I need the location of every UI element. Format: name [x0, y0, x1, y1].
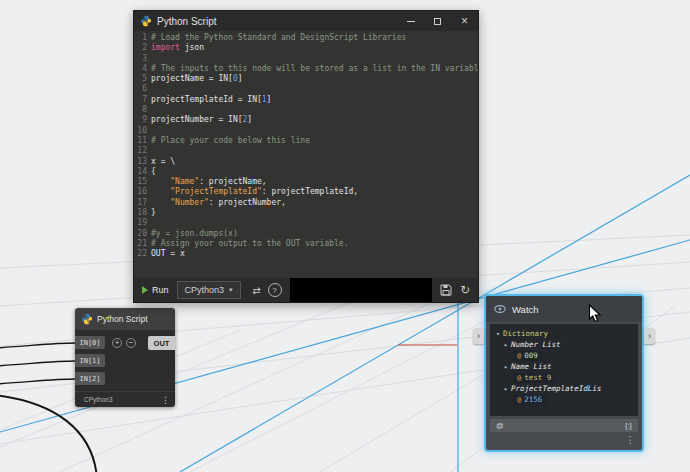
output-port[interactable]: OUT [148, 336, 175, 350]
code-line: 1# Load the Python Standard and DesignSc… [134, 33, 478, 43]
line-number: 11 [134, 136, 151, 146]
line-number: 7 [134, 95, 151, 105]
tree-row[interactable]: @009 [492, 350, 636, 361]
line-number: 5 [134, 74, 151, 84]
line-number: 20 [134, 229, 151, 239]
value-badge: @test 9 [513, 373, 555, 383]
node-menu-icon[interactable]: ⋮ [161, 395, 170, 405]
python-script-node[interactable]: Python Script IN[0]IN[1]IN[2] + − OUT CP… [75, 308, 175, 407]
mouse-cursor [588, 304, 602, 324]
line-number: 22 [134, 249, 151, 259]
line-number: 1 [134, 33, 151, 43]
expander-icon[interactable]: ▸ [504, 363, 508, 371]
tree-row[interactable]: @test 9 [492, 372, 636, 383]
engine-dropdown[interactable]: CPython3 ▾ [177, 281, 241, 299]
convert-engine-icon[interactable]: ⇄ [248, 282, 266, 298]
watch-tree: ▾Dictionary▸Number List@009▸Name List@te… [490, 324, 638, 416]
code-line: 3 [134, 54, 478, 64]
code-token: json [180, 43, 204, 53]
wire-in2 [0, 379, 76, 384]
save-icon[interactable] [440, 284, 452, 296]
code-token: # The inputs to this node will be stored… [151, 64, 478, 74]
python-node-header[interactable]: Python Script [75, 308, 175, 330]
code-token: ] [238, 74, 243, 84]
tree-label: Number List [511, 340, 561, 349]
code-editor[interactable]: 1# Load the Python Standard and DesignSc… [134, 31, 478, 278]
tree-row[interactable]: ▸Number List [492, 339, 636, 350]
code-token: #y = json.dumps(x) [151, 229, 238, 239]
code-token: projectName = IN[ [151, 74, 233, 84]
maximize-button[interactable] [424, 11, 451, 31]
code-line: 17 "Number": projectNumber, [134, 198, 478, 208]
item-type-icon: @ [517, 396, 521, 404]
chevron-down-icon: ▾ [229, 286, 233, 294]
line-number: 21 [134, 239, 151, 249]
tree-row[interactable]: ▸ProjectTemplateIdLis [492, 383, 636, 394]
input-ports: IN[0]IN[1]IN[2] [75, 336, 105, 385]
watch-node[interactable]: › › Watch ▾Dictionary▸Number List@009▸Na… [484, 294, 644, 452]
maximize-icon [434, 18, 441, 25]
code-line: 8 [134, 105, 478, 115]
line-number: 18 [134, 208, 151, 218]
code-token: : projectName, [199, 177, 266, 187]
expander-icon[interactable]: ▾ [496, 330, 500, 338]
code-token: { [151, 167, 156, 177]
python-node-body: IN[0]IN[1]IN[2] + − OUT [75, 330, 175, 391]
help-icon[interactable]: ? [268, 283, 282, 297]
levels-icon[interactable]: @ [496, 421, 504, 430]
node-engine-label: CPython3 [84, 396, 161, 403]
watch-output-port[interactable]: › [644, 328, 655, 344]
tree-label: Name List [511, 362, 552, 371]
code-line: 16 "ProjectTemplateId": projectTemplateI… [134, 187, 478, 197]
tree-row[interactable]: @2156 [492, 394, 636, 405]
code-token [151, 198, 170, 208]
run-button[interactable]: Run [134, 278, 177, 302]
line-number: 19 [134, 218, 151, 228]
item-type-icon: @ [517, 374, 521, 382]
code-line: 21# Assign your output to the OUT variab… [134, 239, 478, 249]
code-token: import [151, 43, 180, 53]
tree-value: 2156 [524, 395, 542, 404]
line-number: 4 [134, 64, 151, 74]
minimize-button[interactable] [397, 11, 424, 31]
code-line: 22OUT = x [134, 249, 478, 259]
code-token: ] [247, 115, 252, 125]
code-line: 4# The inputs to this node will be store… [134, 64, 478, 74]
watch-node-header[interactable]: Watch [486, 296, 642, 322]
code-line: 7projectTemplateId = IN[1] [134, 95, 478, 105]
expander-icon[interactable]: ▸ [504, 341, 508, 349]
input-port[interactable]: IN[1] [75, 354, 105, 367]
minimize-icon [407, 21, 415, 22]
code-token: # Place your code below this line [151, 136, 310, 146]
remove-input-button[interactable]: − [126, 338, 136, 348]
python-icon [81, 313, 93, 325]
revert-icon[interactable]: ↻ [460, 283, 470, 297]
editor-title-bar[interactable]: Python Script × [134, 11, 478, 31]
toolbar-spacer [290, 278, 432, 302]
watch-input-port[interactable]: › [473, 328, 484, 344]
wire-in1 [0, 361, 76, 366]
watch-icon [494, 304, 506, 314]
line-number: 13 [134, 157, 151, 167]
code-lines: 1# Load the Python Standard and DesignSc… [134, 33, 478, 260]
input-port[interactable]: IN[2] [75, 372, 105, 385]
input-port[interactable]: IN[0] [75, 336, 105, 349]
expander-icon[interactable]: ▸ [504, 385, 508, 393]
python-node-title: Python Script [97, 314, 148, 324]
code-token [151, 177, 170, 187]
tree-value: test 9 [524, 373, 551, 382]
tree-row[interactable]: ▸Name List [492, 361, 636, 372]
code-token: x = \ [151, 157, 175, 167]
code-token: # Load the Python Standard and DesignScr… [151, 33, 406, 43]
json-braces-icon[interactable]: {:} [625, 421, 632, 430]
watch-menu-icon[interactable]: ⋮ [626, 434, 636, 445]
tree-row[interactable]: ▾Dictionary [492, 328, 636, 339]
close-button[interactable]: × [451, 11, 478, 31]
python-editor-window: Python Script × 1# Load the Python Stand… [133, 10, 479, 303]
code-token: projectNumber = IN[ [151, 115, 243, 125]
editor-toolbar: Run CPython3 ▾ ⇄ ? ↻ [134, 278, 478, 302]
code-line: 11# Place your code below this line [134, 136, 478, 146]
add-input-button[interactable]: + [112, 338, 122, 348]
code-line: 6 [134, 84, 478, 94]
play-icon [142, 286, 148, 294]
